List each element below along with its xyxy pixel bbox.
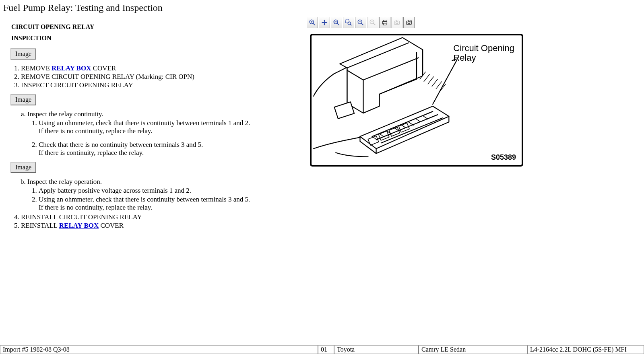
substeps-b-nums: Apply battery positive voltage across te… (39, 187, 297, 212)
step-2: REMOVE CIRCUIT OPENING RELAY (Marking: C… (21, 73, 297, 81)
a2-line1: Check that there is no continuity betwee… (39, 141, 297, 149)
step-1: REMOVE RELAY BOX COVER (21, 64, 297, 72)
page-title: Fuel Pump Relay: Testing and Inspection (0, 0, 644, 15)
svg-rect-24 (408, 21, 409, 21)
b2-line1: Using an ohmmeter, check that there is c… (39, 196, 297, 204)
step-1-pre: REMOVE (21, 64, 52, 72)
svg-line-5 (337, 23, 339, 25)
svg-line-37 (433, 60, 457, 104)
zoom-area-icon[interactable] (343, 17, 354, 28)
svg-line-35 (436, 82, 442, 89)
pan-icon[interactable] (319, 17, 330, 28)
svg-line-33 (428, 77, 433, 84)
article-pane: CIRCUIT OPENING RELAY INSPECTION Image R… (0, 15, 304, 345)
substeps-b: Inspect the relay operation. Apply batte… (27, 178, 297, 212)
svg-rect-18 (383, 23, 386, 25)
svg-line-34 (432, 79, 438, 86)
status-make: Toyota (334, 346, 419, 354)
svg-rect-29 (399, 123, 409, 132)
svg-rect-21 (396, 21, 397, 21)
relay-box-link[interactable]: RELAY BOX (59, 222, 99, 229)
substep-b-lead: Inspect the relay operation. (27, 178, 102, 185)
zoom-out-icon[interactable] (355, 17, 366, 28)
svg-rect-30 (334, 102, 354, 119)
svg-text:100%: 100% (333, 21, 338, 23)
procedure-list: REMOVE RELAY BOX COVER REMOVE CIRCUIT OP… (21, 64, 297, 89)
b2: Using an ohmmeter, check that there is c… (39, 196, 297, 212)
svg-rect-26 (368, 136, 378, 145)
diagram-label: Circuit Opening Relay (453, 43, 514, 63)
substep-a-lead: Inspect the relay continuity. (27, 110, 103, 118)
image-toolbar: 100% (304, 15, 644, 30)
substep-a: Inspect the relay continuity. Using an o… (27, 110, 297, 157)
a1-line1: Using an ohmmeter, check that there is c… (39, 119, 297, 127)
status-model: Camry LE Sedan (419, 346, 527, 354)
camera-icon (391, 17, 402, 28)
camera-settings-icon[interactable] (403, 17, 415, 28)
status-engine: L4-2164cc 2.2L DOHC (5S-FE) MFI (527, 346, 644, 354)
zoom-less-icon (367, 17, 378, 28)
step-5: REINSTALL RELAY BOX COVER (21, 222, 297, 230)
section-heading-relay: CIRCUIT OPENING RELAY (11, 23, 297, 31)
image-button[interactable]: Image (10, 94, 36, 105)
b2-line2: If there is no continuity, replace the r… (39, 204, 297, 212)
procedure-list-tail: REINSTALL CIRCUIT OPENING RELAY REINSTAL… (21, 213, 297, 230)
substeps-a: Inspect the relay continuity. Using an o… (27, 110, 297, 157)
a2-line2: If there is continuity, replace the rela… (39, 149, 297, 157)
svg-point-8 (348, 22, 351, 25)
step-4: REINSTALL CIRCUIT OPENING RELAY (21, 213, 297, 221)
substep-b: Inspect the relay operation. Apply batte… (27, 178, 297, 212)
svg-line-14 (374, 23, 376, 25)
diagram-label-line2: Relay (453, 53, 514, 63)
print-icon[interactable] (379, 17, 390, 28)
status-left: Import #5 1982-08 Q3-08 (0, 346, 318, 354)
a1: Using an ohmmeter, check that there is c… (39, 119, 297, 140)
svg-line-9 (351, 25, 352, 26)
zoom-100-icon[interactable]: 100% (331, 17, 342, 28)
svg-rect-17 (383, 20, 386, 22)
image-button[interactable]: Image (10, 48, 36, 60)
step-5-pre: REINSTALL (21, 222, 59, 229)
diagram-code: S05389 (491, 153, 516, 162)
step-3: INSPECT CIRCUIT OPENING RELAY (21, 81, 297, 89)
svg-line-1 (313, 23, 315, 25)
section-heading-inspection: INSPECTION (11, 35, 297, 42)
status-bar: Import #5 1982-08 Q3-08 01 Toyota Camry … (0, 345, 644, 354)
step-1-post: COVER (91, 64, 116, 72)
svg-line-11 (361, 23, 363, 25)
status-year: 01 (318, 346, 334, 354)
image-pane: 100% (304, 15, 644, 345)
svg-rect-27 (378, 131, 389, 140)
zoom-in-icon[interactable] (307, 17, 318, 28)
b1: Apply battery positive voltage across te… (39, 187, 297, 195)
diagram: Circuit Opening Relay S05389 (310, 34, 523, 167)
step-5-post: COVER (99, 222, 124, 229)
a2: Check that there is no continuity betwee… (39, 141, 297, 157)
relay-box-link[interactable]: RELAY BOX (52, 64, 91, 72)
a1-line2: If there is no continuity, replace the r… (39, 127, 297, 135)
image-button[interactable]: Image (10, 162, 36, 173)
main-split: CIRCUIT OPENING RELAY INSPECTION Image R… (0, 15, 644, 345)
svg-point-23 (408, 22, 410, 24)
diagram-label-line1: Circuit Opening (453, 43, 514, 53)
svg-line-32 (424, 74, 429, 82)
svg-point-20 (396, 22, 398, 24)
substeps-a-nums: Using an ohmmeter, check that there is c… (39, 119, 297, 157)
